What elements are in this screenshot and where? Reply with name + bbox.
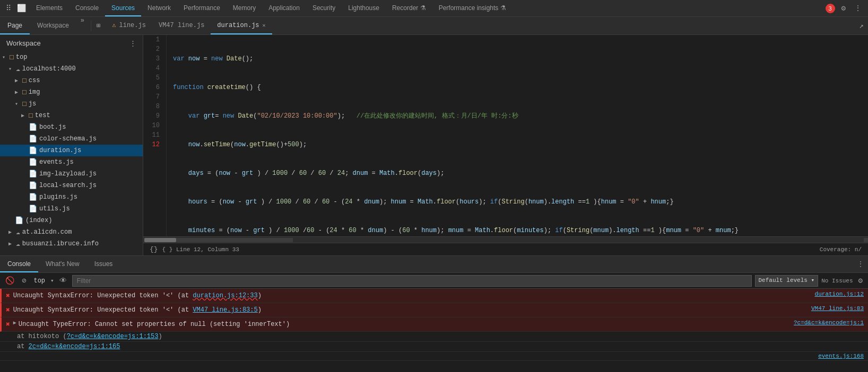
line-num-11: 11 xyxy=(147,130,160,140)
tab-network[interactable]: Network xyxy=(141,0,177,16)
tree-item-localhost[interactable]: ▾ ☁ localhost:4000 xyxy=(0,63,143,75)
tree-item-utilsjs[interactable]: 📄 utils.js xyxy=(0,203,143,215)
more-tabs-button[interactable]: » xyxy=(76,17,89,34)
clear-console-button[interactable]: 🚫 xyxy=(3,275,16,286)
tree-item-eventsjs[interactable]: 📄 events.js xyxy=(0,156,143,168)
tree-item-bootjs[interactable]: 📄 boot.js xyxy=(0,121,143,133)
tree-item-alicdn[interactable]: ▶ ☁ at.alicdn.com xyxy=(0,226,143,238)
tab-security[interactable]: Security xyxy=(306,0,342,16)
expand-icon[interactable]: ↗ xyxy=(860,21,868,30)
console-right-icon[interactable]: ⋮ xyxy=(857,260,864,268)
tree-item-colorschema[interactable]: 📄 color-schema.js xyxy=(0,133,143,145)
console-filter-input[interactable] xyxy=(72,275,752,287)
tree-item-pluginsjs[interactable]: 📄 plugins.js xyxy=(0,191,143,203)
console-error-3-sub2: at 2c=d&c=k&encode=js:1:165 xyxy=(0,342,868,352)
tree-item-css[interactable]: ▶ □ css xyxy=(0,75,143,86)
console-tab-whatsnew[interactable]: What's New xyxy=(38,256,87,272)
tab-recorder[interactable]: Recorder ⚗ xyxy=(386,0,432,16)
console-tab-console[interactable]: Console xyxy=(0,256,38,272)
tree-item-index[interactable]: 📄 (index) xyxy=(0,215,143,226)
tree-label-alicdn: at.alicdn.com xyxy=(22,228,72,236)
tab-console[interactable]: Console xyxy=(69,0,105,16)
tree-label-colorschema: color-schema.js xyxy=(39,135,97,143)
page-tab[interactable]: Page xyxy=(0,17,30,34)
tab-lighthouse[interactable]: Lighthouse xyxy=(342,0,386,16)
tree-label-utilsjs: utils.js xyxy=(39,205,70,212)
code-content[interactable]: var now = new Date(); function createtim… xyxy=(167,35,868,236)
error-link-1[interactable]: duration.js:12:33 xyxy=(193,292,257,299)
dev-tabs: Elements Console Sources Network Perform… xyxy=(30,0,513,16)
console-error-3: ✖ ▶ Uncaught TypeError: Cannot set prope… xyxy=(0,317,868,332)
workspace-tab[interactable]: Workspace xyxy=(30,17,76,34)
h-scroll-right xyxy=(864,238,868,242)
code-line-4: now.setTime(now.getTime()+500); xyxy=(173,140,868,149)
tab-separator xyxy=(91,21,91,31)
tree-item-imglazyload[interactable]: 📄 img-lazyload.js xyxy=(0,168,143,180)
error-icon-3: ✖ xyxy=(6,320,10,329)
devtools-menu-icon[interactable]: ⠿ xyxy=(3,3,14,14)
code-line-7: minutes = (now - grt ) / 1000 /60 - (24 … xyxy=(173,226,868,235)
file-tab-linejs[interactable]: ⚠ line.js xyxy=(106,17,152,34)
tree-item-img[interactable]: ▶ □ img xyxy=(0,86,143,98)
tree-item-durationjs[interactable]: 📄 duration.js xyxy=(0,145,143,156)
tree-item-test[interactable]: ▶ □ test xyxy=(0,110,143,121)
dock-icon[interactable]: ⬜ xyxy=(16,3,27,14)
more-options-button[interactable]: ⋮ xyxy=(852,4,864,13)
tab-perf-insights[interactable]: Performance insights ⚗ xyxy=(432,0,513,16)
sidebar-toggle-icon[interactable]: ⊞ xyxy=(93,22,103,30)
console-area: Console What's New Issues ⋮ 🚫 ⊘ top ▾ 👁 … xyxy=(0,255,868,372)
sidebar-options-icon[interactable]: ⋮ xyxy=(129,39,136,47)
expand-arrow-css: ▶ xyxy=(15,77,22,84)
code-scroll-area[interactable]: 1 2 3 4 5 6 7 8 9 10 11 12 var now = new… xyxy=(143,35,868,236)
tree-label-js: js xyxy=(29,100,36,108)
file-icon-localsearch: 📄 xyxy=(29,181,37,190)
line-num-9: 9 xyxy=(147,111,160,121)
events-source-link[interactable]: events.js:168 xyxy=(812,353,864,359)
expand-arrow-busuanzi: ▶ xyxy=(8,241,16,247)
code-line-2: function createtime() { xyxy=(173,83,868,92)
error-source-3[interactable]: ?c=d&c=k&encode=js:1 xyxy=(787,320,864,326)
cloud-icon-localhost: ☁ xyxy=(16,65,20,73)
code-line-5: days = (now - grt ) / 1000 / 60 / 60 / 2… xyxy=(173,169,868,178)
console-filter-toggle[interactable]: ⊘ xyxy=(20,275,28,286)
console-settings-icon[interactable]: ⚙ xyxy=(856,275,865,286)
expand-arrow-error3[interactable]: ▶ xyxy=(13,320,16,326)
tree-label-bootjs: boot.js xyxy=(39,123,66,131)
top-dropdown-arrow[interactable]: ▾ xyxy=(50,277,54,284)
tab-elements[interactable]: Elements xyxy=(30,0,69,16)
log-level-select[interactable]: Default levels ▾ xyxy=(755,275,819,287)
error-source-2[interactable]: VM47 line.js:83 xyxy=(805,305,864,312)
tab-application[interactable]: Application xyxy=(262,0,306,16)
horizontal-scrollbar[interactable] xyxy=(143,236,868,243)
h-scroll-thumb[interactable] xyxy=(144,238,176,242)
folder-icon-top: □ xyxy=(10,54,14,61)
tree-item-localsearch[interactable]: 📄 local-search.js xyxy=(0,180,143,191)
settings-button[interactable]: ⚙ xyxy=(839,4,848,13)
line-num-4: 4 xyxy=(147,64,160,73)
file-tab-vm47[interactable]: VM47 line.js xyxy=(152,17,211,34)
tree-label-top: top xyxy=(16,54,28,61)
tree-item-js[interactable]: ▾ □ js xyxy=(0,98,143,110)
file-tree-sidebar: Workspace ⋮ ▾ □ top ▾ ☁ localhost:4000 ▶ xyxy=(0,35,143,255)
tree-item-busuanzi[interactable]: ▶ ☁ busuanzi.ibruce.info xyxy=(0,238,143,250)
tab-performance[interactable]: Performance xyxy=(177,0,227,16)
console-error-1: ✖ Uncaught SyntaxError: Unexpected token… xyxy=(0,289,868,303)
line-num-5: 5 xyxy=(147,73,160,83)
top-context-label: top xyxy=(33,277,45,285)
sub-link-1[interactable]: ?c=d&c=k&encode=js:1:153 xyxy=(67,333,159,340)
file-tab-durationjs[interactable]: duration.js ✕ xyxy=(211,17,272,34)
close-tab-icon[interactable]: ✕ xyxy=(263,22,266,29)
console-tab-issues[interactable]: Issues xyxy=(87,256,120,272)
h-scroll-track[interactable] xyxy=(144,238,293,242)
console-error-2: ✖ Uncaught SyntaxError: Unexpected token… xyxy=(0,303,868,317)
error-text-1: Uncaught SyntaxError: Unexpected token '… xyxy=(13,291,809,300)
tab-sources[interactable]: Sources xyxy=(105,0,141,16)
cursor-position: { } Line 12, Column 33 xyxy=(162,246,239,253)
eye-icon[interactable]: 👁 xyxy=(57,276,69,286)
console-toolbar: 🚫 ⊘ top ▾ 👁 Default levels ▾ No Issues ⚙ xyxy=(0,273,868,289)
error-source-1[interactable]: duration.js:12 xyxy=(809,291,864,297)
error-link-2[interactable]: VM47 line.js:83:5 xyxy=(193,306,257,314)
tab-memory[interactable]: Memory xyxy=(227,0,262,16)
tree-item-top[interactable]: ▾ □ top xyxy=(0,51,143,63)
sub-link-2[interactable]: 2c=d&c=k&encode=js:1:165 xyxy=(29,343,120,350)
